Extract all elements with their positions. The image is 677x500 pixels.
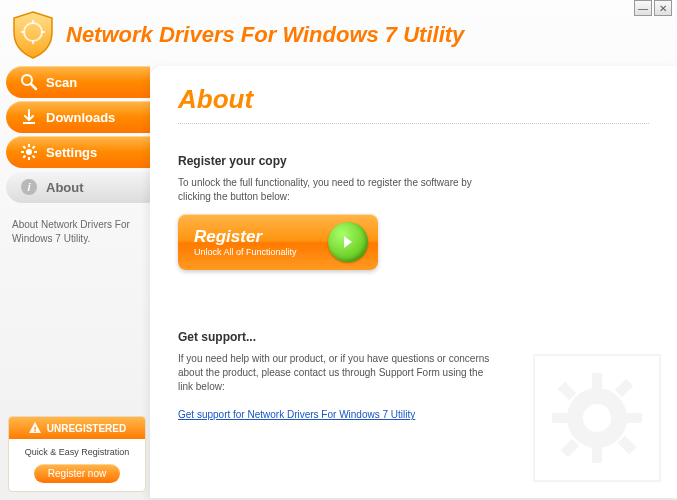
status-bar: ! UNREGISTERED bbox=[9, 417, 145, 439]
svg-rect-13 bbox=[23, 146, 27, 150]
svg-rect-22 bbox=[592, 373, 602, 389]
svg-rect-27 bbox=[618, 436, 636, 454]
nav-label: Scan bbox=[46, 75, 77, 90]
svg-rect-16 bbox=[23, 155, 27, 159]
arrow-right-icon bbox=[328, 222, 368, 262]
app-title: Network Drivers For Windows 7 Utility bbox=[66, 22, 464, 48]
register-button-subtitle: Unlock All of Functionality bbox=[194, 247, 297, 257]
sidebar-description: About Network Drivers For Windows 7 Util… bbox=[0, 206, 150, 246]
register-button-title: Register bbox=[194, 227, 297, 247]
nav-tab-downloads[interactable]: Downloads bbox=[6, 101, 150, 133]
svg-rect-29 bbox=[561, 439, 579, 457]
shield-logo-icon bbox=[10, 10, 56, 60]
registration-tagline: Quick & Easy Registration bbox=[9, 447, 145, 457]
register-text: To unlock the full functionality, you ne… bbox=[178, 176, 498, 204]
gear-background-icon bbox=[532, 353, 662, 483]
svg-rect-28 bbox=[615, 379, 633, 397]
nav-label: Downloads bbox=[46, 110, 115, 125]
page-title: About bbox=[178, 84, 649, 124]
registration-footer: ! UNREGISTERED Quick & Easy Registration… bbox=[8, 416, 146, 492]
nav-label: About bbox=[46, 180, 84, 195]
support-heading: Get support... bbox=[178, 330, 649, 344]
svg-point-21 bbox=[583, 404, 611, 432]
content-panel: About Register your copy To unlock the f… bbox=[150, 66, 677, 498]
svg-line-6 bbox=[31, 84, 36, 89]
svg-text:!: ! bbox=[33, 425, 36, 434]
header: Network Drivers For Windows 7 Utility bbox=[0, 0, 677, 66]
info-icon: i bbox=[20, 178, 38, 196]
svg-rect-9 bbox=[28, 144, 30, 147]
nav-tab-scan[interactable]: Scan bbox=[6, 66, 150, 98]
nav-label: Settings bbox=[46, 145, 97, 160]
register-heading: Register your copy bbox=[178, 154, 649, 168]
support-link[interactable]: Get support for Network Drivers For Wind… bbox=[178, 409, 415, 420]
support-text: If you need help with our product, or if… bbox=[178, 352, 498, 394]
svg-rect-14 bbox=[32, 155, 36, 159]
svg-rect-25 bbox=[626, 413, 642, 423]
nav-tab-about[interactable]: i About bbox=[6, 171, 150, 203]
magnifier-icon bbox=[20, 73, 38, 91]
svg-rect-15 bbox=[32, 146, 36, 150]
gear-icon bbox=[20, 143, 38, 161]
svg-rect-23 bbox=[592, 447, 602, 463]
svg-rect-12 bbox=[34, 151, 37, 153]
register-button[interactable]: Register Unlock All of Functionality bbox=[178, 214, 378, 270]
minimize-button[interactable]: — bbox=[634, 0, 652, 16]
close-button[interactable]: ✕ bbox=[654, 0, 672, 16]
status-label: UNREGISTERED bbox=[47, 423, 126, 434]
svg-rect-26 bbox=[558, 382, 576, 400]
download-icon bbox=[20, 108, 38, 126]
svg-point-8 bbox=[26, 149, 32, 155]
warning-icon: ! bbox=[28, 421, 42, 435]
svg-rect-10 bbox=[28, 157, 30, 160]
svg-rect-11 bbox=[21, 151, 24, 153]
register-now-button[interactable]: Register now bbox=[34, 464, 120, 483]
window-controls: — ✕ bbox=[634, 0, 672, 16]
nav-tab-settings[interactable]: Settings bbox=[6, 136, 150, 168]
svg-rect-24 bbox=[552, 413, 568, 423]
